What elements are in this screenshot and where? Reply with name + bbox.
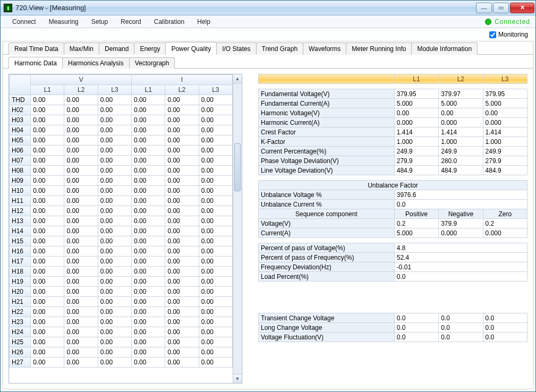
cell: 0.00 <box>132 246 165 257</box>
tab-demand[interactable]: Demand <box>99 42 134 55</box>
tab-i-o-states[interactable]: I/O States <box>216 42 256 55</box>
scroll-thumb[interactable] <box>234 143 241 191</box>
cell: 0.00 <box>132 176 165 186</box>
cell: 0.00 <box>31 317 64 327</box>
close-button[interactable]: ✕ <box>510 3 534 13</box>
col-header: L1 <box>31 85 64 95</box>
table-row: H170.000.000.000.000.000.00 <box>10 257 233 267</box>
table-row: H240.000.000.000.000.000.00 <box>10 327 233 337</box>
measure-value: 249.9 <box>439 147 483 156</box>
table-row: H160.000.000.000.000.000.00 <box>10 246 233 257</box>
measure-label: Percent of pass of Frequency(%) <box>259 253 395 262</box>
cell: 0.00 <box>199 297 232 307</box>
cell: 0.00 <box>98 166 131 176</box>
menu-connect[interactable]: Connect <box>6 16 42 27</box>
cell: 0.00 <box>165 246 199 257</box>
tab-power-quality[interactable]: Power Quality <box>165 42 217 55</box>
menu-record[interactable]: Record <box>114 16 148 27</box>
menu-setup[interactable]: Setup <box>85 16 114 27</box>
minimize-button[interactable]: — <box>476 3 492 13</box>
cell: 0.00 <box>31 347 64 357</box>
row-header: H11 <box>10 196 31 206</box>
cell: 0.00 <box>165 297 199 307</box>
cell: 0.00 <box>31 327 64 337</box>
subtab-vectorgraph[interactable]: Vectorgraph <box>129 57 175 69</box>
menu-calibration[interactable]: Calibration <box>148 16 191 27</box>
measure-label: Fundamental Current(A) <box>259 99 395 108</box>
cell: 0.00 <box>199 206 232 216</box>
table-row: THD0.000.000.000.000.000.00 <box>10 95 233 105</box>
tab-waveforms[interactable]: Waveforms <box>303 42 346 55</box>
tab-real-time-data[interactable]: Real Time Data <box>8 42 64 55</box>
measure-value: 1.000 <box>394 137 438 147</box>
table-row: H100.000.000.000.000.000.00 <box>10 186 233 196</box>
harmonic-grid-wrap: VIL1L2L3L1L2L3THD0.000.000.000.000.000.0… <box>8 74 242 384</box>
col-group-v: V <box>31 75 132 85</box>
cell: 0.00 <box>31 357 64 368</box>
maximize-button[interactable]: ▭ <box>493 3 509 13</box>
col-group-i: I <box>132 75 233 85</box>
table-row: H090.000.000.000.000.000.00 <box>10 176 233 186</box>
cell: 0.00 <box>132 236 165 246</box>
table-row: H080.000.000.000.000.000.00 <box>10 166 233 176</box>
vertical-scrollbar[interactable]: ▲ ▼ <box>233 74 242 383</box>
tab-energy[interactable]: Energy <box>134 42 166 55</box>
cell: 0.00 <box>132 267 165 277</box>
cell: 0.00 <box>132 317 165 327</box>
cell: 0.00 <box>132 115 165 125</box>
tab-module-information[interactable]: Module Information <box>411 42 478 55</box>
subtab-harmonic-data[interactable]: Harmonic Data <box>8 57 63 69</box>
unbalance-header: Unbalance Factor <box>259 181 528 190</box>
cell: 0.00 <box>98 357 131 368</box>
cell: 0.00 <box>132 327 165 337</box>
measure-value: 379.9 <box>439 219 483 228</box>
cell: 0.00 <box>132 125 165 135</box>
measure-value: 484.9 <box>394 166 438 175</box>
cell: 0.00 <box>64 216 98 226</box>
table-row: H180.000.000.000.000.000.00 <box>10 267 233 277</box>
tab-max-min[interactable]: Max/Min <box>64 42 99 55</box>
sub-tabs: Harmonic DataHarmonics AnalysisVectorgra… <box>3 55 533 69</box>
tab-trend-graph[interactable]: Trend Graph <box>256 42 304 55</box>
measure-value: 249.9 <box>483 147 527 156</box>
cell: 0.00 <box>132 257 165 267</box>
tab-meter-running-info[interactable]: Meter Running Info <box>346 42 412 55</box>
subtab-harmonics-analysis[interactable]: Harmonics Analysis <box>62 57 130 69</box>
cell: 0.00 <box>64 135 98 146</box>
scroll-down-button[interactable]: ▼ <box>233 374 242 383</box>
measure-value: 0.0 <box>483 323 527 333</box>
cell: 0.00 <box>64 206 98 216</box>
measure-value: 0.000 <box>483 118 527 127</box>
cell: 0.00 <box>199 246 232 257</box>
measure-value: 280.0 <box>439 156 483 166</box>
scroll-up-button[interactable]: ▲ <box>233 74 242 83</box>
monitoring-checkbox-wrap[interactable]: Monitoring <box>489 31 528 38</box>
cell: 0.00 <box>132 307 165 317</box>
connection-status-text: Connected <box>495 18 530 25</box>
table-row: H210.000.000.000.000.000.00 <box>10 297 233 307</box>
row-header: H08 <box>10 166 31 176</box>
cell: 0.00 <box>31 105 64 115</box>
table-row: H230.000.000.000.000.000.00 <box>10 317 233 327</box>
measure-value: 0.0 <box>394 200 527 209</box>
monitoring-checkbox[interactable] <box>489 31 496 38</box>
measure-value: 0.00 <box>439 108 483 118</box>
cell: 0.00 <box>64 347 98 357</box>
col-header: L3 <box>98 85 131 95</box>
harmonic-table: VIL1L2L3L1L2L3THD0.000.000.000.000.000.0… <box>9 74 233 368</box>
seq-col-header: Positive <box>394 209 438 219</box>
cell: 0.00 <box>64 267 98 277</box>
cell: 0.00 <box>199 216 232 226</box>
cell: 0.00 <box>31 166 64 176</box>
cell: 0.00 <box>165 277 199 287</box>
cell: 0.00 <box>64 146 98 156</box>
table-row: H200.000.000.000.000.000.00 <box>10 287 233 297</box>
menu-measuring[interactable]: Measuring <box>42 16 85 27</box>
cell: 0.00 <box>132 146 165 156</box>
cell: 0.00 <box>31 226 64 236</box>
cell: 0.00 <box>64 156 98 166</box>
row-header: H24 <box>10 327 31 337</box>
table-row: H060.000.000.000.000.000.00 <box>10 146 233 156</box>
cell: 0.00 <box>98 317 131 327</box>
menu-help[interactable]: Help <box>191 16 217 27</box>
